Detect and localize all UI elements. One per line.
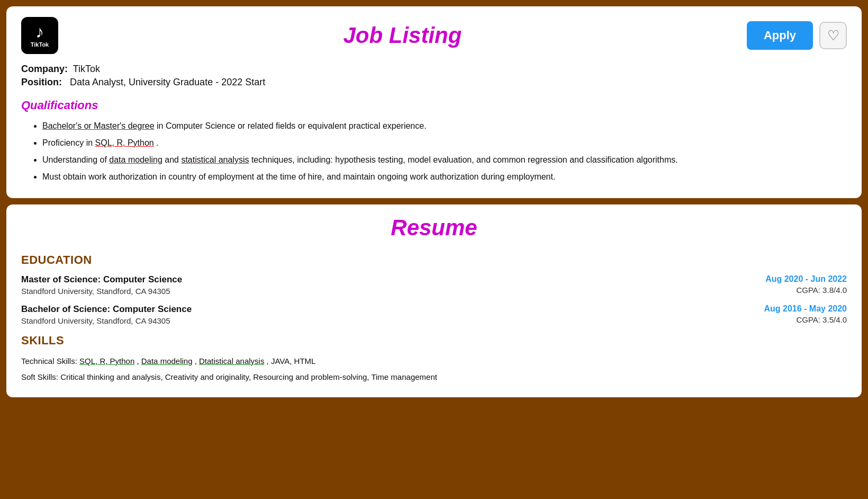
qualifications-list: Bachelor's or Master's degree in Compute… <box>21 120 847 183</box>
education-entry-1: Master of Science: Computer Science Stan… <box>21 274 847 296</box>
company-value: TikTok <box>73 64 100 74</box>
qualification-item-4: Must obtain work authorization in countr… <box>42 171 847 183</box>
skills-section: SKILLS Technical Skills: SQL, R, Python … <box>21 334 847 384</box>
tech-skill-rest: , JAVA, HTML <box>267 357 316 366</box>
soft-skills-line: Soft Skills: Critical thinking and analy… <box>21 371 847 384</box>
qualification-item-3: Understanding of data modeling and stati… <box>42 154 847 166</box>
position-line: Position: Data Analyst, University Gradu… <box>21 77 847 88</box>
technical-skills-label: Technical Skills: <box>21 357 79 366</box>
cgpa-1: CGPA: 3.8/4.0 <box>730 286 847 295</box>
qual-3-prefix: Understanding of <box>42 155 109 164</box>
edu-right-1: Aug 2020 - Jun 2022 CGPA: 3.8/4.0 <box>730 274 847 296</box>
job-header: ♪ TikTok Job Listing Apply ♡ <box>21 17 847 54</box>
qualification-item-1: Bachelor's or Master's degree in Compute… <box>42 120 847 132</box>
position-label: Position: <box>21 77 62 87</box>
edu-right-2: Aug 2016 - May 2020 CGPA: 3.5/4.0 <box>730 304 847 325</box>
soft-skills-value: Critical thinking and analysis, Creativi… <box>60 372 437 381</box>
company-line: Company: TikTok <box>21 64 847 75</box>
qual-1-underlined: Bachelor's or Master's degree <box>42 121 155 130</box>
degree-1: Master of Science: Computer Science <box>21 274 730 285</box>
institution-1: Standford University, Standford, CA 9430… <box>21 287 730 296</box>
education-heading: EDUCATION <box>21 253 847 267</box>
skills-heading: SKILLS <box>21 334 847 347</box>
tech-skill-data-modeling: Data modeling <box>141 357 193 366</box>
education-entry-2: Bachelor of Science: Computer Science St… <box>21 304 847 325</box>
favorite-button[interactable]: ♡ <box>819 22 847 49</box>
tiktok-logo: ♪ TikTok <box>21 17 58 54</box>
degree-2: Bachelor of Science: Computer Science <box>21 304 730 315</box>
tech-skill-sql-r-python: SQL, R, Python <box>79 357 134 366</box>
company-info: Company: TikTok Position: Data Analyst, … <box>21 64 847 88</box>
job-listing-title-container: Job Listing <box>58 23 747 48</box>
qual-2-suffix: . <box>156 138 158 147</box>
job-listing-card: ♪ TikTok Job Listing Apply ♡ Company: Ti… <box>6 6 862 198</box>
qualifications-section: Qualifications Bachelor's or Master's de… <box>21 99 847 183</box>
institution-2: Standford University, Standford, CA 9430… <box>21 316 730 325</box>
qual-3-mid: and <box>165 155 181 164</box>
tech-skill-sep-2: , <box>195 357 199 366</box>
company-label: Company: <box>21 64 68 74</box>
header-actions: Apply ♡ <box>747 21 847 50</box>
cgpa-2: CGPA: 3.5/4.0 <box>730 315 847 324</box>
qual-2-underlined: SQL, R, Python <box>95 138 154 147</box>
date-range-1: Aug 2020 - Jun 2022 <box>730 274 847 284</box>
qual-4-text: Must obtain work authorization in countr… <box>42 172 555 181</box>
education-section: EDUCATION Master of Science: Computer Sc… <box>21 253 847 325</box>
apply-button[interactable]: Apply <box>747 21 813 50</box>
tiktok-icon: ♪ <box>35 23 44 40</box>
tech-skill-sep-1: , <box>137 357 141 366</box>
tech-skill-statistical-analysis: Dtatistical analysis <box>199 357 264 366</box>
qualifications-title: Qualifications <box>21 99 847 112</box>
position-value: Data Analyst, University Graduate - 2022… <box>70 77 265 87</box>
heart-icon: ♡ <box>827 28 839 44</box>
edu-left-1: Master of Science: Computer Science Stan… <box>21 274 730 296</box>
qualification-item-2: Proficiency in SQL, R, Python . <box>42 137 847 149</box>
qual-3-underlined-1: data modeling <box>109 155 162 164</box>
qual-3-rest: techniques, including: hypothesis testin… <box>251 155 678 164</box>
edu-left-2: Bachelor of Science: Computer Science St… <box>21 304 730 325</box>
resume-title: Resume <box>21 215 847 240</box>
qual-1-rest: in Computer Science or related fields or… <box>157 121 427 130</box>
technical-skills-line: Technical Skills: SQL, R, Python , Data … <box>21 355 847 368</box>
job-listing-title: Job Listing <box>58 23 747 48</box>
resume-card: Resume EDUCATION Master of Science: Comp… <box>6 204 862 397</box>
qual-2-prefix: Proficiency in <box>42 138 95 147</box>
qual-3-underlined-2: statistical analysis <box>181 155 249 164</box>
date-range-2: Aug 2016 - May 2020 <box>730 304 847 314</box>
tiktok-logo-text: TikTok <box>31 41 49 48</box>
soft-skills-label: Soft Skills: <box>21 372 60 381</box>
